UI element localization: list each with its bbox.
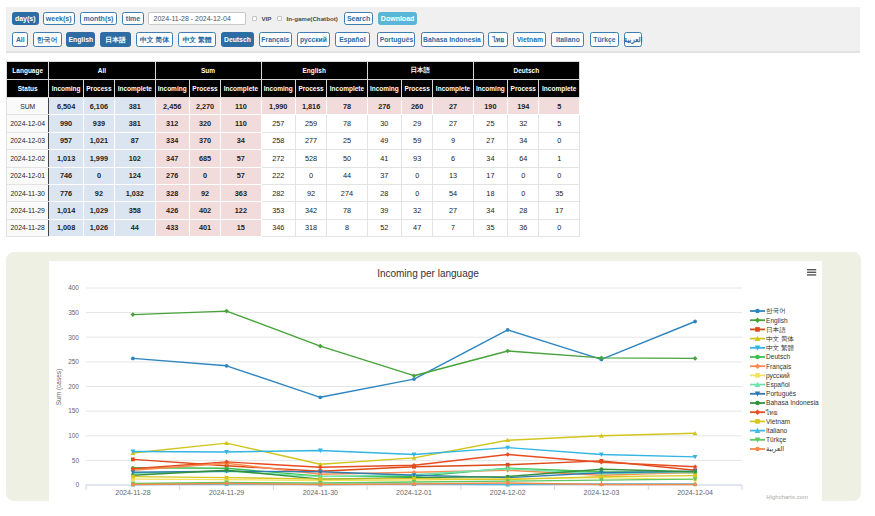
svg-text:150: 150	[68, 407, 79, 414]
svg-text:한국어: 한국어	[766, 307, 786, 314]
svg-text:400: 400	[68, 284, 79, 291]
svg-text:日本語: 日本語	[766, 326, 786, 334]
svg-text:中文 繁體: 中文 繁體	[766, 344, 795, 351]
svg-text:2024-11-30: 2024-11-30	[303, 489, 338, 496]
svg-text:Français: Français	[766, 363, 792, 371]
svg-text:0: 0	[75, 481, 79, 488]
svg-text:Incoming per language: Incoming per language	[377, 268, 479, 279]
svg-text:Türkçe: Türkçe	[766, 436, 786, 444]
svg-text:2024-11-28: 2024-11-28	[115, 489, 150, 496]
svg-text:русский: русский	[766, 372, 790, 380]
svg-text:250: 250	[68, 358, 79, 365]
svg-text:Highcharts.com: Highcharts.com	[766, 494, 808, 500]
svg-text:ไทย: ไทย	[765, 409, 778, 416]
svg-text:300: 300	[68, 334, 79, 341]
svg-text:2024-11-29: 2024-11-29	[209, 489, 244, 496]
svg-text:Italiano: Italiano	[766, 427, 788, 434]
svg-text:200: 200	[68, 383, 79, 390]
svg-text:Bahasa Indonesia: Bahasa Indonesia	[766, 399, 819, 406]
svg-text:English: English	[766, 317, 788, 325]
svg-text:Português: Português	[766, 390, 797, 398]
svg-text:Español: Español	[766, 381, 790, 389]
svg-text:50: 50	[72, 457, 80, 464]
svg-text:350: 350	[68, 309, 79, 316]
svg-text:Sum (cases): Sum (cases)	[55, 369, 63, 405]
svg-text:中文 简体: 中文 简体	[766, 335, 795, 342]
svg-text:2024-12-03: 2024-12-03	[583, 489, 619, 496]
svg-text:العربية: العربية	[766, 445, 784, 453]
svg-text:Vietnam: Vietnam	[766, 418, 791, 425]
svg-text:2024-12-01: 2024-12-01	[396, 489, 432, 496]
svg-text:2024-12-02: 2024-12-02	[490, 489, 526, 496]
svg-text:Deutsch: Deutsch	[766, 353, 791, 360]
svg-text:2024-12-04: 2024-12-04	[677, 489, 713, 496]
svg-text:100: 100	[68, 432, 79, 439]
